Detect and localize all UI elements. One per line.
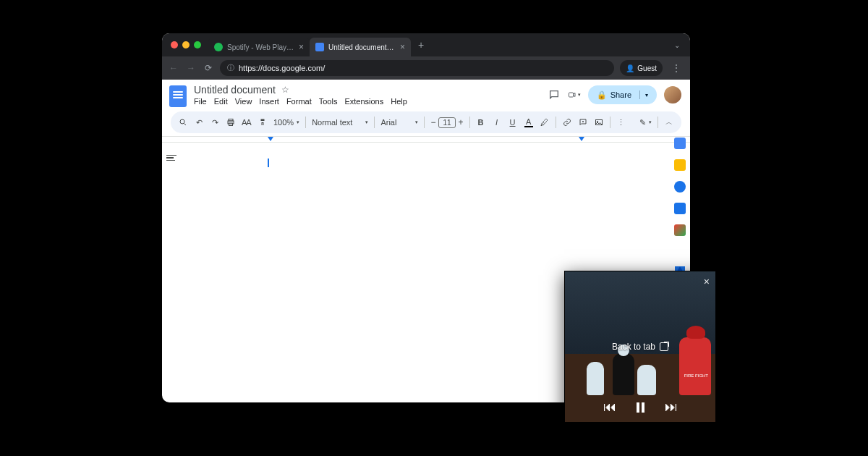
guest-icon: 👤 — [626, 64, 634, 72]
paint-format-icon[interactable] — [258, 117, 268, 127]
minimize-window-button[interactable] — [182, 41, 190, 48]
picture-in-picture-window[interactable]: FIRE FIGHT × Back to tab ⏮ ⏭ — [564, 271, 716, 423]
docs-header: Untitled document ☆ File Edit View Inser… — [162, 80, 690, 109]
italic-button[interactable]: I — [492, 117, 502, 127]
insert-comment-button[interactable] — [578, 117, 588, 127]
bold-button[interactable]: B — [476, 117, 486, 127]
svg-point-1 — [180, 119, 184, 124]
menu-bar: File Edit View Insert Format Tools Exten… — [194, 97, 407, 106]
next-track-button[interactable]: ⏭ — [665, 400, 678, 415]
menu-extensions[interactable]: Extensions — [344, 97, 383, 106]
spellcheck-icon[interactable]: Ꜳ — [242, 117, 252, 127]
profile-chip[interactable]: 👤 Guest — [620, 60, 663, 76]
tab-google-docs[interactable]: Untitled document - Google D × — [310, 38, 411, 56]
zoom-select[interactable]: 100%▾ — [273, 118, 299, 127]
underline-button[interactable]: U — [508, 117, 518, 127]
paragraph-style-select[interactable]: Normal text▾ — [312, 118, 368, 127]
close-tab-icon[interactable]: × — [400, 43, 405, 51]
tasks-icon[interactable] — [674, 181, 686, 193]
maps-icon[interactable] — [674, 224, 686, 236]
redo-icon[interactable]: ↷ — [210, 117, 220, 127]
url-input[interactable]: ⓘ https://docs.google.com/ — [220, 60, 614, 76]
tab-bar: Spotify - Web Player: Music f × Untitled… — [162, 33, 690, 56]
new-tab-button[interactable]: + — [411, 39, 431, 51]
pip-controls: ⏮ ⏭ — [565, 400, 715, 415]
menu-help[interactable]: Help — [391, 97, 407, 106]
window-controls — [171, 41, 201, 48]
spotify-icon — [214, 43, 223, 51]
font-select[interactable]: Arial▾ — [380, 118, 418, 127]
right-indent-marker[interactable] — [579, 137, 584, 141]
address-bar: ← → ⟳ ⓘ https://docs.google.com/ 👤 Guest… — [162, 56, 690, 80]
print-icon[interactable] — [226, 117, 236, 127]
back-to-tab-label: Back to tab — [612, 342, 655, 352]
account-avatar[interactable] — [664, 86, 681, 104]
ruler[interactable] — [162, 137, 690, 143]
browser-menu-button[interactable]: ⋮ — [668, 62, 684, 74]
font-size-input[interactable]: 11 — [438, 117, 455, 128]
more-button[interactable]: ⋮ — [616, 117, 626, 127]
keep-icon[interactable] — [674, 159, 686, 171]
contacts-icon[interactable] — [674, 203, 686, 214]
tab-label: Untitled document - Google D — [328, 43, 396, 51]
menu-edit[interactable]: Edit — [214, 97, 228, 106]
back-to-tab-button[interactable]: Back to tab — [612, 342, 668, 352]
insert-image-button[interactable] — [594, 117, 604, 127]
decrease-font-button[interactable]: − — [430, 117, 435, 127]
share-button[interactable]: 🔒 Share ▾ — [588, 85, 657, 104]
font-size-stepper: − 11 + — [430, 117, 463, 128]
search-icon[interactable] — [178, 117, 188, 127]
toolbar: ↶ ↷ Ꜳ 100%▾ Normal text▾ Arial▾ − 11 + — [171, 111, 681, 133]
firefighter-text: FIRE FIGHT — [684, 373, 708, 379]
guest-label: Guest — [637, 64, 657, 72]
outline-button[interactable] — [166, 151, 179, 164]
site-info-icon[interactable]: ⓘ — [227, 63, 234, 73]
menu-format[interactable]: Format — [286, 97, 312, 106]
editing-mode-button[interactable]: ✎▾ — [639, 118, 652, 127]
pencil-icon: ✎ — [639, 118, 646, 127]
star-icon[interactable]: ☆ — [281, 85, 289, 95]
text-color-button[interactable]: A — [524, 117, 534, 127]
tab-label: Spotify - Web Player: Music f — [227, 43, 294, 51]
hide-menus-button[interactable]: ︿ — [664, 117, 674, 127]
maximize-window-button[interactable] — [194, 41, 201, 48]
docs-logo-icon[interactable] — [169, 85, 187, 107]
menu-view[interactable]: View — [235, 97, 252, 106]
increase-font-button[interactable]: + — [459, 117, 464, 127]
previous-track-button[interactable]: ⏮ — [603, 400, 616, 415]
calendar-icon[interactable] — [674, 138, 686, 149]
insert-link-button[interactable] — [562, 117, 572, 127]
side-panel — [670, 133, 690, 288]
share-dropdown-icon[interactable]: ▾ — [645, 92, 648, 98]
reload-button[interactable]: ⟳ — [203, 62, 214, 74]
docs-icon — [315, 43, 324, 51]
open-in-new-icon — [660, 342, 668, 351]
close-pip-button[interactable]: × — [704, 276, 710, 287]
pause-button[interactable] — [637, 400, 644, 415]
back-button[interactable]: ← — [168, 62, 179, 74]
highlight-button[interactable]: 🖊 — [540, 117, 550, 127]
lock-icon: 🔒 — [597, 90, 607, 100]
menu-file[interactable]: File — [194, 97, 207, 106]
close-tab-icon[interactable]: × — [299, 43, 304, 51]
svg-rect-0 — [569, 93, 573, 97]
share-label: Share — [610, 90, 631, 99]
left-indent-marker[interactable] — [268, 137, 273, 141]
comments-icon[interactable] — [548, 88, 561, 101]
undo-icon[interactable]: ↶ — [194, 117, 204, 127]
menu-tools[interactable]: Tools — [319, 97, 338, 106]
close-window-button[interactable] — [171, 41, 178, 48]
forward-button[interactable]: → — [185, 62, 197, 74]
text-cursor — [268, 159, 269, 167]
tab-spotify[interactable]: Spotify - Web Player: Music f × — [208, 38, 310, 56]
document-title[interactable]: Untitled document — [194, 84, 276, 96]
menu-insert[interactable]: Insert — [259, 97, 279, 106]
meet-icon[interactable]: ▾ — [568, 88, 581, 101]
tab-search-button[interactable]: ⌄ — [670, 41, 684, 49]
url-text: https://docs.google.com/ — [239, 64, 325, 72]
